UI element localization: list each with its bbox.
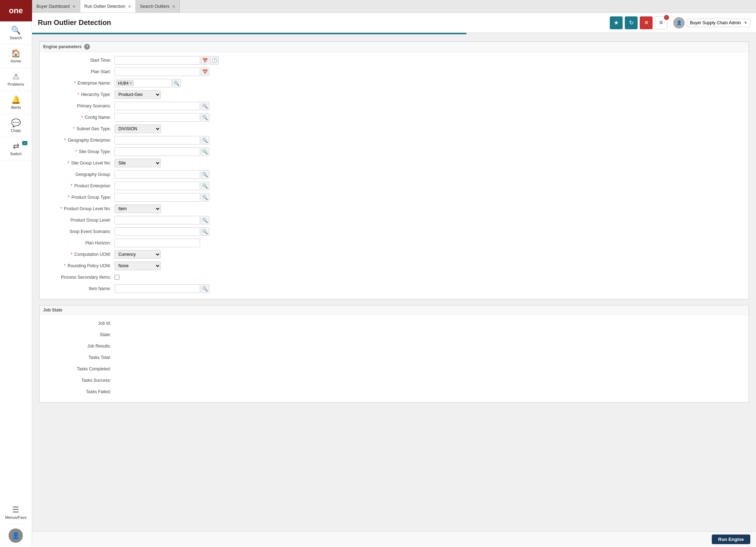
site-group-level-select[interactable]: Site Region Area <box>114 159 161 167</box>
geography-group-label: Geography Group: <box>43 172 114 177</box>
refresh-button[interactable]: ↻ <box>625 16 638 29</box>
plan-start-input[interactable] <box>114 67 200 76</box>
bell-icon: 🔔 <box>11 95 21 105</box>
job-state-form: Job Id: State: Job Results: Tasks Total:… <box>40 315 749 402</box>
product-group-type-search-btn[interactable]: 🔍 <box>201 193 209 202</box>
sidebar-item-switch[interactable]: ⇄ ↔ Switch <box>0 137 32 161</box>
page-content: Engine parameters ? Start Time: 📅 🕐 Plan… <box>32 34 756 531</box>
plan-start-label: Plan Start: <box>43 69 114 74</box>
tab-buyer-dashboard[interactable]: Buyer Dashboard × <box>32 0 80 12</box>
user-avatar[interactable]: 👤 <box>4 524 28 547</box>
chat-icon: 💬 <box>11 118 21 128</box>
enterprise-name-search-btn[interactable]: 🔍 <box>172 79 181 87</box>
config-name-input[interactable] <box>114 113 200 122</box>
snop-event-scenario-input-group: 🔍 <box>114 227 209 236</box>
sidebar: one 🔍 Search 🏠 Home ⚠ Problems 🔔 Alerts … <box>0 0 32 547</box>
item-name-search-btn[interactable]: 🔍 <box>201 284 209 293</box>
rounding-policy-uom-row: * Rounding Policy UOM: None Currency Uni… <box>43 261 745 270</box>
plan-horizon-input[interactable] <box>114 239 200 247</box>
hierarchy-type-select[interactable]: Product-Geo Product Geo <box>114 90 161 99</box>
primary-scenario-input[interactable] <box>114 102 200 110</box>
start-time-input[interactable] <box>114 56 200 65</box>
tab-close-search-outliers[interactable]: × <box>172 4 175 9</box>
help-icon[interactable]: ? <box>84 44 90 50</box>
tab-close-run-outlier[interactable]: × <box>128 4 131 9</box>
close-button[interactable]: ✕ <box>640 16 653 29</box>
product-group-level-no-row: * Product Group Level No: Item Category … <box>43 204 745 213</box>
process-secondary-items-label: Process Secondary Items: <box>43 275 114 280</box>
user-dropdown: 👤 Buyer Supply Chain Admin <box>673 17 750 29</box>
item-name-input[interactable] <box>114 284 200 293</box>
tasks-success-row: Tasks Success: <box>43 376 745 385</box>
sidebar-item-search[interactable]: 🔍 Search <box>0 21 32 45</box>
tasks-completed-label: Tasks Completed: <box>43 366 114 371</box>
app-logo[interactable]: one <box>0 0 32 21</box>
avatar-circle: 👤 <box>9 528 23 543</box>
sidebar-item-alerts[interactable]: 🔔 Alerts <box>0 91 32 114</box>
tab-search-outliers[interactable]: Search Outliers × <box>136 0 180 12</box>
sidebar-item-chats[interactable]: 💬 Chats <box>0 114 32 137</box>
tasks-total-row: Tasks Total: <box>43 353 745 362</box>
warning-icon: ⚠ <box>12 72 20 81</box>
primary-scenario-row: Primary Scenario: 🔍 <box>43 101 745 111</box>
plan-start-input-group: 📅 <box>114 67 209 76</box>
site-group-type-row: * Site Group Type: 🔍 <box>43 147 745 156</box>
product-group-level-search-btn[interactable]: 🔍 <box>201 216 209 224</box>
sidebar-item-problems[interactable]: ⚠ Problems <box>0 68 32 91</box>
home-icon: 🏠 <box>11 49 21 58</box>
run-engine-button[interactable]: Run Engine <box>712 535 750 544</box>
sidebar-item-home[interactable]: 🏠 Home <box>0 45 32 68</box>
main-content: Buyer Dashboard × Run Outlier Detection … <box>32 0 756 547</box>
computation-uom-label: * Computation UOM: <box>43 252 114 257</box>
sidebar-item-label: Search <box>10 36 22 40</box>
tab-run-outlier-detection[interactable]: Run Outlier Detection × <box>80 0 136 12</box>
start-time-clock-btn[interactable]: 🕐 <box>210 56 219 65</box>
geography-enterprise-input[interactable] <box>114 136 200 145</box>
product-group-type-input[interactable] <box>114 193 200 202</box>
product-group-type-label: * Product Group Type: <box>43 195 114 200</box>
enterprise-name-tag-value: HUB4 <box>118 81 128 85</box>
job-state-section: Job State Job Id: State: Job Results: Ta… <box>39 305 749 402</box>
config-name-row: * Config Name: 🔍 <box>43 113 745 122</box>
plan-start-calendar-btn[interactable]: 📅 <box>201 67 209 76</box>
geography-group-input[interactable] <box>114 170 200 179</box>
site-group-type-input-group: 🔍 <box>114 147 209 156</box>
product-group-level-no-select[interactable]: Item Category Group <box>114 204 161 213</box>
site-group-type-input[interactable] <box>114 147 200 156</box>
config-name-label: * Config Name: <box>43 115 114 120</box>
user-role-select[interactable]: Buyer Supply Chain Admin <box>687 19 750 27</box>
product-enterprise-input[interactable] <box>114 182 200 190</box>
geography-group-search-btn[interactable]: 🔍 <box>201 170 209 179</box>
computation-uom-select[interactable]: Currency Units Weight <box>114 250 161 259</box>
tasks-completed-row: Tasks Completed: <box>43 364 745 374</box>
product-enterprise-search-btn[interactable]: 🔍 <box>201 182 209 190</box>
start-time-calendar-btn[interactable]: 📅 <box>201 56 209 65</box>
tab-close-buyer-dashboard[interactable]: × <box>72 4 75 9</box>
enterprise-name-tag-remove[interactable]: × <box>129 81 132 86</box>
favorite-button[interactable]: ★ <box>610 16 623 29</box>
primary-scenario-search-btn[interactable]: 🔍 <box>201 102 209 110</box>
tab-label: Run Outlier Detection <box>85 4 126 9</box>
hierarchy-type-label: * Hierarchy Type: <box>43 92 114 97</box>
snop-event-scenario-row: Snop Event Scenario: 🔍 <box>43 227 745 236</box>
subnet-geo-type-select[interactable]: DIVISION REGION AREA <box>114 125 161 133</box>
snop-event-scenario-input[interactable] <box>114 227 200 236</box>
sidebar-item-label: Chats <box>11 128 21 133</box>
process-secondary-items-checkbox[interactable] <box>114 275 119 280</box>
sidebar-item-menus[interactable]: ☰ Menus/Favs <box>4 501 28 524</box>
enterprise-name-tag-input[interactable]: HUB4 × <box>114 79 172 87</box>
site-group-type-search-btn[interactable]: 🔍 <box>201 147 209 156</box>
product-group-level-input-group: 🔍 <box>114 216 209 224</box>
product-group-level-row: Product Group Level: 🔍 <box>43 216 745 225</box>
tasks-success-label: Tasks Success: <box>43 378 114 383</box>
rounding-policy-uom-select[interactable]: None Currency Units <box>114 262 161 270</box>
job-id-row: Job Id: <box>43 319 745 328</box>
product-group-level-input[interactable] <box>114 216 200 224</box>
switch-badge: ↔ <box>22 141 27 145</box>
primary-scenario-label: Primary Scenario: <box>43 103 114 108</box>
config-name-search-btn[interactable]: 🔍 <box>201 113 209 122</box>
snop-event-scenario-search-btn[interactable]: 🔍 <box>201 227 209 236</box>
geography-enterprise-search-btn[interactable]: 🔍 <box>201 136 209 145</box>
toolbar: Run Outlier Detection ★ ↻ ✕ ≡ * 👤 Buyer … <box>32 13 756 33</box>
tab-bar: Buyer Dashboard × Run Outlier Detection … <box>32 0 756 13</box>
